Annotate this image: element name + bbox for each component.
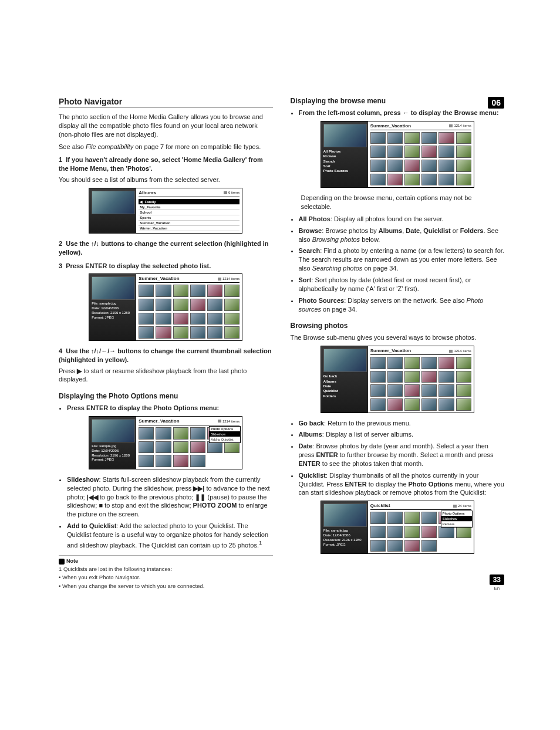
step-3: 3 Press ENTER to display the selected ph…: [59, 262, 273, 271]
stop-icon: ■: [99, 502, 103, 509]
footnote-separator: [59, 555, 273, 556]
next-icon: ▶▶|: [193, 485, 204, 492]
screenshot-photo-options: File: sample.jpg Date: 12/04/2006 Resolu…: [89, 416, 242, 469]
step-4-after: Press ▶ to start or resume slideshow pla…: [59, 367, 273, 384]
up-down-arrows-icon: ↑/↓: [91, 240, 99, 247]
browse-heading: Displaying the browse menu: [291, 97, 505, 105]
screenshot-quicklist: File: sample.jpg Date: 12/04/2006 Resolu…: [321, 501, 474, 554]
play-icon: ▶: [77, 367, 82, 374]
section-heading: Photo Navigator: [59, 97, 273, 108]
screenshot-browse-menu: All Photos Browse Search Sort Photo Sour…: [321, 121, 474, 188]
screenshot-photo-grid: File: sample.jpg Date: 12/04/2006 Resolu…: [89, 273, 242, 340]
photo-options-list: Slideshow: Starts full-screen slideshow …: [67, 475, 273, 549]
arrow-keys-icon: ↑/↓/←/→: [91, 347, 116, 354]
see-also-text: See also File compatibility on page 7 fo…: [59, 143, 273, 151]
browse-intro: From the left-most column, press ← to di…: [299, 109, 505, 117]
photo-options-heading: Displaying the Photo Options menu: [59, 392, 273, 400]
depending-note: Depending on the browse menu, certain op…: [301, 194, 505, 211]
step-1: 1 If you haven't already done so, select…: [59, 156, 273, 173]
browsing-intro: The Browse sub-menu gives you several wa…: [291, 333, 505, 342]
footnote-line: • When you change the server to which yo…: [59, 583, 273, 590]
chapter-badge: 06: [488, 97, 504, 109]
browse-submenu-list: Go back: Return to the previous menu. Al…: [299, 419, 505, 498]
right-column: Displaying the browse menu From the left…: [291, 97, 505, 591]
screenshot-albums: Albums6 items ◀ Family My_Favorite Schoo…: [89, 188, 242, 234]
photo-options-intro: Press ENTER to display the Photo Options…: [67, 404, 273, 413]
step-4: 4 Use the ↑/↓/←/→ buttons to change the …: [59, 347, 273, 364]
page: 06 Photo Navigator The photo section of …: [0, 0, 560, 614]
browsing-photos-heading: Browsing photos: [291, 322, 505, 330]
step-2: 2 Use the ↑/↓ buttons to change the curr…: [59, 239, 273, 257]
intro-text: The photo section of the Home Media Gall…: [59, 113, 273, 139]
pause-icon: ❚❚: [195, 494, 205, 501]
page-number: 33 En: [490, 574, 504, 591]
step-1-after: You should see a list of albums from the…: [59, 175, 273, 184]
left-column: Photo Navigator The photo section of the…: [59, 97, 273, 591]
prev-icon: |◀◀: [87, 494, 98, 501]
left-arrow-icon: ←: [403, 109, 409, 116]
browse-options-list: All Photos: Display all photos found on …: [299, 215, 505, 313]
footnote-line: 1 Quicklists are lost in the following i…: [59, 566, 273, 573]
note-label: Note: [59, 558, 273, 565]
footnote-line: • When you exit Photo Navigator.: [59, 574, 273, 581]
screenshot-browse-submenu: Go back Albums Date Quicklist Folders Su…: [321, 346, 474, 413]
